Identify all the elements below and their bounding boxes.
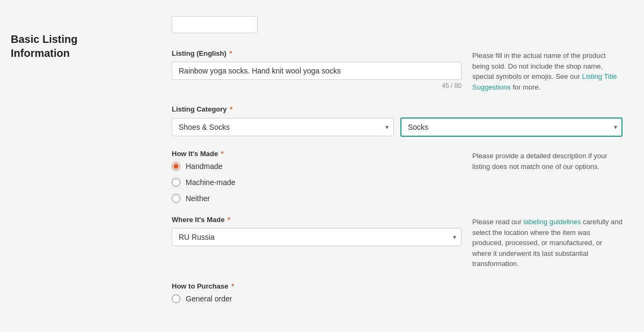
radio-neither[interactable] xyxy=(172,194,180,203)
category-secondary-wrapper: Socks Shoes Boots Sandals Slippers ▾ xyxy=(400,117,623,137)
radio-item-general-order[interactable]: General order xyxy=(172,294,623,303)
radio-machine-made[interactable] xyxy=(172,178,180,187)
listing-english-section: Listing (English) * 45 / 80 Please fill … xyxy=(172,49,623,92)
radio-handmade[interactable] xyxy=(172,162,180,171)
required-star: * xyxy=(228,49,232,57)
radio-general-order-label: General order xyxy=(186,294,232,303)
radio-item-handmade[interactable]: Handmade xyxy=(172,162,462,171)
how-to-purchase-section: How to Purchase * General order xyxy=(172,282,623,303)
sidebar: Basic Listing Information xyxy=(0,11,150,327)
category-secondary-select[interactable]: Socks Shoes Boots Sandals Slippers xyxy=(400,117,623,137)
radio-item-machine-made[interactable]: Machine-made xyxy=(172,178,462,187)
where-its-made-fields: Where It's Made * RU Russia US United St… xyxy=(172,216,462,246)
radio-item-neither[interactable]: Neither xyxy=(172,194,462,203)
required-star-purchase: * xyxy=(229,282,234,290)
listing-category-section: Listing Category * Shoes & Socks Clothin… xyxy=(172,105,623,137)
how-its-made-fields: How It's Made * Handmade Machine-made Ne… xyxy=(172,150,462,203)
required-star-where: * xyxy=(225,216,230,224)
where-made-select[interactable]: RU Russia US United States GB United Kin… xyxy=(172,228,462,246)
where-its-made-section: Where It's Made * RU Russia US United St… xyxy=(172,216,623,269)
where-its-made-help: Please read our labeling guidelines care… xyxy=(472,216,623,269)
where-made-select-wrapper: RU Russia US United States GB United Kin… xyxy=(172,228,462,246)
listing-english-label: Listing (English) * xyxy=(172,49,462,57)
char-count: 45 / 80 xyxy=(172,82,462,90)
how-to-purchase-label: How to Purchase * xyxy=(172,282,623,290)
how-to-purchase-radio-group: General order xyxy=(172,294,623,303)
listing-category-label: Listing Category * xyxy=(172,105,623,113)
radio-general-order[interactable] xyxy=(172,294,180,303)
how-its-made-section: How It's Made * Handmade Machine-made Ne… xyxy=(172,150,623,203)
category-primary-select[interactable]: Shoes & Socks Clothing Accessories Home … xyxy=(172,118,394,136)
labeling-guidelines-link[interactable]: labeling guidelines xyxy=(523,218,581,226)
section-title: Basic Listing Information xyxy=(11,32,140,60)
how-its-made-help: Please provide a detailed description if… xyxy=(472,150,623,172)
category-row: Shoes & Socks Clothing Accessories Home … xyxy=(172,117,623,137)
required-star-how: * xyxy=(219,150,224,158)
listing-english-fields: Listing (English) * 45 / 80 xyxy=(172,49,462,90)
main-content: Listing (English) * 45 / 80 Please fill … xyxy=(150,11,633,327)
radio-handmade-label: Handmade xyxy=(186,162,223,171)
radio-neither-label: Neither xyxy=(186,194,210,203)
required-star-category: * xyxy=(228,105,233,113)
where-its-made-label: Where It's Made * xyxy=(172,216,462,224)
top-stub-input xyxy=(172,16,258,33)
radio-machine-made-label: Machine-made xyxy=(186,178,236,187)
listing-english-input[interactable] xyxy=(172,62,462,80)
how-its-made-radio-group: Handmade Machine-made Neither xyxy=(172,162,462,203)
how-its-made-label: How It's Made * xyxy=(172,150,462,158)
listing-english-help: Please fill in the actual name of the pr… xyxy=(472,49,623,92)
category-primary-wrapper: Shoes & Socks Clothing Accessories Home … xyxy=(172,118,394,136)
